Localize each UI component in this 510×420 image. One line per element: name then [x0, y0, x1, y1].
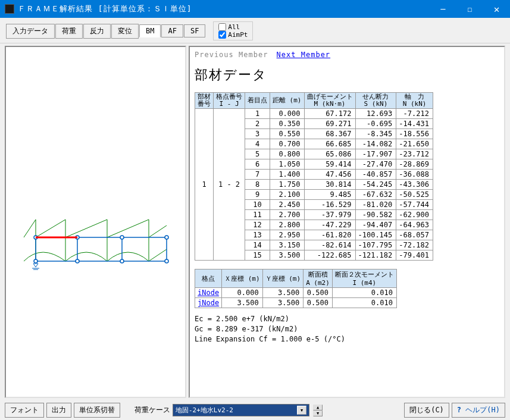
- cell: 7: [245, 170, 270, 180]
- cell: 2.100: [270, 190, 305, 200]
- spin-up-icon[interactable]: ▲: [313, 405, 323, 410]
- all-label: All: [228, 23, 240, 31]
- all-checkbox[interactable]: [218, 23, 226, 31]
- cell: 69.271: [304, 119, 355, 129]
- aimpt-checkbox[interactable]: [218, 31, 226, 39]
- cell: -107.795: [355, 240, 396, 250]
- cell: 1.750: [270, 180, 305, 190]
- col-header: Ｙ座標 (m): [262, 269, 304, 288]
- svg-point-10: [34, 259, 37, 263]
- loadcase-spinner[interactable]: ▲ ▼: [313, 405, 323, 416]
- col-header: 断面積A (m2): [304, 269, 333, 288]
- unit-switch-button[interactable]: 単位系切替: [74, 403, 120, 418]
- cell: 1.050: [270, 159, 305, 170]
- cell: -21.650: [396, 139, 433, 149]
- maximize-button[interactable]: ☐: [456, 0, 483, 18]
- material-props: Ec = 2.500 e+7 (kN/m2) Gc = 8.289 e-317 …: [195, 314, 499, 344]
- close-dialog-button[interactable]: 閉じる(C): [404, 403, 449, 418]
- cell: 0.000: [270, 109, 305, 119]
- cell: -17.907: [355, 149, 396, 159]
- prev-member-link: Previous Member: [195, 51, 268, 59]
- loadcase-value: 地固-2+地水Lv2-2: [176, 406, 233, 415]
- cell: 59.414: [304, 159, 355, 170]
- table-row: iNode0.0003.5000.5000.010: [195, 288, 397, 298]
- cell: 15: [245, 250, 270, 261]
- cell: 1.400: [270, 170, 305, 180]
- col-header: 軸 力N (kN): [396, 93, 433, 109]
- cell: 12: [245, 220, 270, 230]
- node-props-table: 格点Ｘ座標 (m)Ｙ座標 (m)断面積A (m2)断面２次モーメントI (m4)…: [195, 269, 397, 308]
- help-button[interactable]: ? ヘルプ(H): [452, 403, 505, 418]
- cell: 0.700: [270, 139, 305, 149]
- output-button[interactable]: 出力: [46, 403, 71, 418]
- col-header: 部材番号: [195, 93, 214, 109]
- font-button[interactable]: フォント: [5, 403, 44, 418]
- cell: -90.582: [355, 210, 396, 220]
- cell: -8.345: [355, 129, 396, 139]
- cell: 3.150: [270, 240, 305, 250]
- col-header: 距離 (m): [270, 93, 305, 109]
- cell: 1: [245, 109, 270, 119]
- spin-down-icon[interactable]: ▼: [313, 410, 323, 416]
- cell: -81.020: [355, 200, 396, 210]
- svg-point-8: [120, 236, 124, 239]
- node-link[interactable]: iNode: [195, 288, 222, 298]
- cell: 2.450: [270, 200, 305, 210]
- cell: 0.500: [304, 298, 333, 308]
- aimpt-label: AimPt: [228, 31, 248, 39]
- cell: 0.550: [270, 129, 305, 139]
- cell: 68.367: [304, 129, 355, 139]
- cell: 13: [245, 230, 270, 240]
- cell: -82.614: [304, 240, 355, 250]
- tab-変位[interactable]: 変位: [111, 24, 139, 39]
- table-row: 11 - 210.00067.17212.693-7.212: [195, 109, 433, 119]
- tab-反力[interactable]: 反力: [83, 24, 111, 39]
- close-button[interactable]: ✕: [483, 0, 510, 18]
- col-header: 格点番号I - J: [214, 93, 245, 109]
- tab-sf[interactable]: SF: [184, 24, 205, 37]
- col-header: Ｘ座標 (m): [222, 269, 263, 288]
- cell: 2.950: [270, 230, 305, 240]
- cell: -28.869: [396, 159, 433, 170]
- cell: 0.800: [270, 149, 305, 159]
- cell: 66.685: [304, 139, 355, 149]
- svg-point-11: [76, 259, 79, 263]
- cell: -121.182: [355, 250, 396, 261]
- window-title: ＦＲＡＭＥ解析結果 [計算単位系：ＳＩ単位]: [18, 4, 430, 14]
- bottom-toolbar: フォント 出力 単位系切替 荷重ケース 地固-2+地水Lv2-2 ▾ ▲ ▼ 閉…: [0, 400, 510, 420]
- diagram-panel: [5, 46, 186, 398]
- table-row: jNode3.5003.5000.5000.010: [195, 298, 397, 308]
- cell: 8: [245, 180, 270, 190]
- loadcase-combo[interactable]: 地固-2+地水Lv2-2 ▾: [173, 404, 309, 416]
- col-header: 断面２次モーメントI (m4): [332, 269, 396, 288]
- tab-荷重[interactable]: 荷重: [55, 24, 83, 39]
- col-header: 着目点: [245, 93, 270, 109]
- cell: -54.245: [355, 180, 396, 190]
- cell: 14: [245, 240, 270, 250]
- node-link[interactable]: jNode: [195, 298, 222, 308]
- cell: 11: [245, 210, 270, 220]
- dropdown-arrow-icon[interactable]: ▾: [297, 406, 306, 415]
- tab-bm[interactable]: BM: [139, 24, 161, 37]
- cell: 2.800: [270, 220, 305, 230]
- cell: -94.407: [355, 220, 396, 230]
- next-member-link[interactable]: Next Member: [277, 51, 330, 59]
- section-heading: 部材データ: [195, 66, 499, 84]
- cell: 0.500: [304, 288, 333, 298]
- cell: -47.229: [304, 220, 355, 230]
- cell: -67.632: [355, 190, 396, 200]
- tab-入力データ[interactable]: 入力データ: [6, 24, 55, 39]
- cell: -68.057: [396, 230, 433, 240]
- cell: 2: [245, 119, 270, 129]
- cell: -72.182: [396, 240, 433, 250]
- minimize-button[interactable]: ─: [430, 0, 456, 18]
- member-no: 1: [195, 109, 214, 261]
- cell: 9: [245, 190, 270, 200]
- cell: 0.010: [332, 288, 396, 298]
- cell: 47.456: [304, 170, 355, 180]
- cell: -100.145: [355, 230, 396, 240]
- cell: -16.529: [304, 200, 355, 210]
- loadcase-label: 荷重ケース: [134, 405, 170, 415]
- tab-af[interactable]: AF: [161, 24, 183, 37]
- toolbar: 入力データ荷重反力変位BMAFSF All AimPt: [0, 18, 510, 43]
